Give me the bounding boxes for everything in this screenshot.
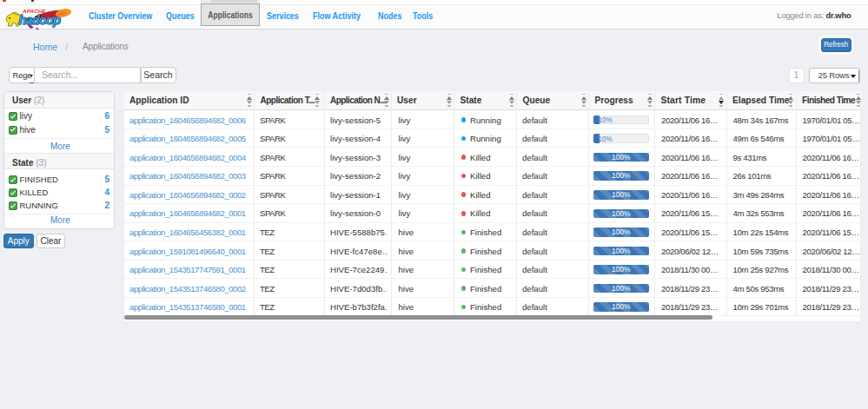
svg-text:hadoop: hadoop: [19, 13, 61, 27]
